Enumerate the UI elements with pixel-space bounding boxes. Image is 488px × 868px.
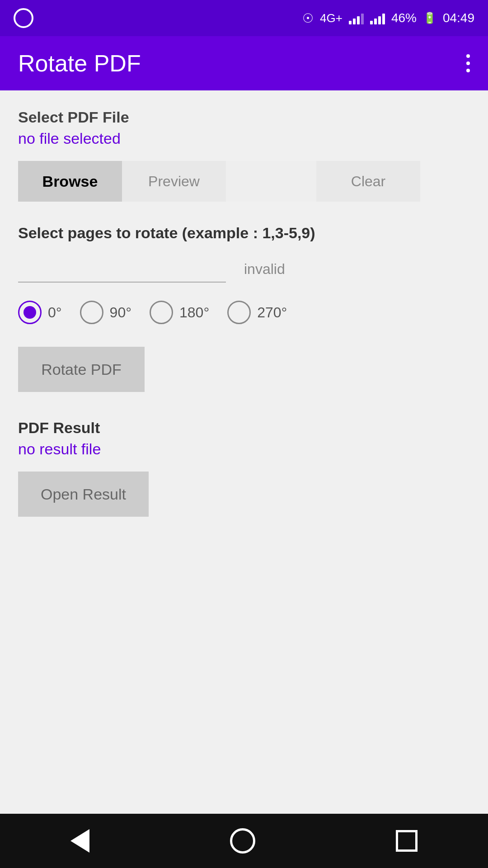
select-pdf-label: Select PDF File (18, 108, 470, 126)
open-result-button[interactable]: Open Result (18, 472, 149, 517)
file-button-row: Browse Preview Clear (18, 161, 470, 202)
rotation-radio-group: 0° 90° 180° 270° (18, 301, 470, 324)
back-icon (70, 829, 89, 853)
result-label: PDF Result (18, 419, 470, 437)
result-status-text: no result file (18, 440, 470, 458)
battery-percentage: 46% (391, 11, 417, 25)
signal-bars-2-icon (370, 12, 385, 24)
radio-inner-0 (23, 306, 36, 319)
rotate-pdf-button[interactable]: Rotate PDF (18, 347, 145, 392)
rotation-label-180: 180° (179, 304, 209, 321)
status-right: ☉ 4G+ 46% 🔋 04:49 (302, 11, 474, 26)
home-button[interactable] (230, 828, 255, 854)
more-dot-2 (466, 61, 470, 65)
rotation-option-180[interactable]: 180° (150, 301, 209, 324)
status-bar: ☉ 4G+ 46% 🔋 04:49 (0, 0, 488, 36)
network-type: 4G+ (320, 11, 343, 25)
preview-button[interactable]: Preview (122, 161, 226, 202)
pages-input-row: invalid (18, 255, 470, 283)
radio-outer-180 (150, 301, 173, 324)
radio-outer-270 (227, 301, 251, 324)
more-dot-1 (466, 54, 470, 58)
clear-button[interactable]: Clear (316, 161, 420, 202)
rotation-option-90[interactable]: 90° (80, 301, 131, 324)
rotation-label-270: 270° (257, 304, 287, 321)
app-title: Rotate PDF (18, 50, 141, 77)
rotation-label-90: 90° (110, 304, 131, 321)
pages-input[interactable] (18, 255, 226, 283)
radio-outer-90 (80, 301, 103, 324)
clock: 04:49 (443, 11, 474, 25)
app-bar: Rotate PDF (0, 36, 488, 90)
battery-icon: 🔋 (423, 12, 436, 24)
status-circle-icon (14, 8, 33, 28)
recents-icon (396, 830, 418, 852)
result-section: PDF Result no result file Open Result (18, 419, 470, 517)
radio-outer-0 (18, 301, 42, 324)
home-icon (230, 828, 255, 854)
file-section: Select PDF File no file selected Browse … (18, 108, 470, 202)
status-left (14, 8, 33, 28)
rotation-label-0: 0° (48, 304, 62, 321)
recents-button[interactable] (396, 830, 418, 852)
signal-bars-icon (349, 12, 364, 24)
button-spacer (226, 161, 316, 202)
rotation-option-270[interactable]: 270° (227, 301, 287, 324)
invalid-text: invalid (244, 261, 285, 278)
wifi-icon: ☉ (302, 11, 314, 26)
pages-section: Select pages to rotate (example : 1,3-5,… (18, 224, 470, 392)
more-options-button[interactable] (466, 54, 470, 72)
rotation-option-0[interactable]: 0° (18, 301, 62, 324)
pages-label: Select pages to rotate (example : 1,3-5,… (18, 224, 470, 242)
file-status-text: no file selected (18, 130, 470, 147)
back-button[interactable] (70, 829, 89, 853)
main-content: Select PDF File no file selected Browse … (0, 90, 488, 553)
navigation-bar (0, 814, 488, 868)
more-dot-3 (466, 69, 470, 72)
browse-button[interactable]: Browse (18, 161, 122, 202)
